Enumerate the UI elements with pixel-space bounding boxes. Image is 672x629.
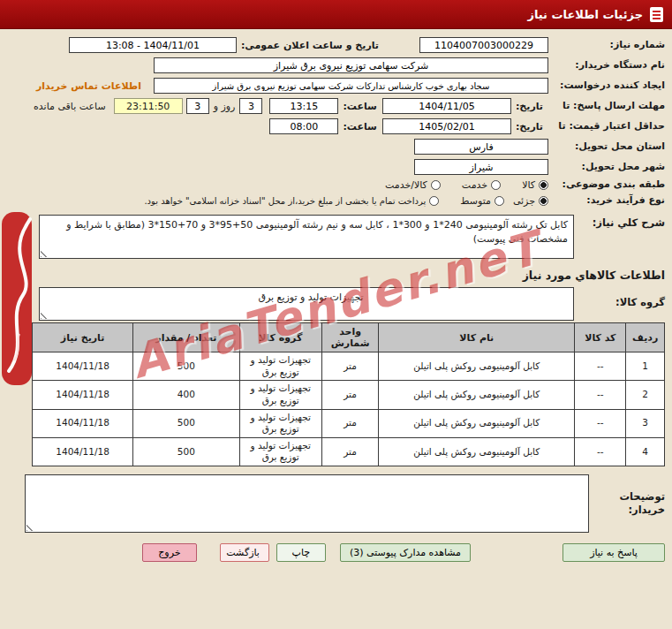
- category-label: طبقه بندی موضوعی:: [548, 179, 665, 191]
- category-option-goods-service[interactable]: کالا/خدمت: [385, 179, 441, 191]
- buyer-comments-box[interactable]: [25, 474, 589, 533]
- province-field[interactable]: [414, 139, 548, 155]
- need-description-box[interactable]: کابل تک رشته آلومینیومی 240*1 و 300*1 ، …: [39, 215, 574, 259]
- treasury-payment-option[interactable]: پرداخت تمام یا بخشی از مبلغ خرید،از محل …: [144, 196, 439, 206]
- treasury-option-label: پرداخت تمام یا بخشی از مبلغ خرید،از محل …: [144, 196, 426, 206]
- cell-item-name: کابل آلومینیومی روکش پلی اتیلن: [379, 409, 575, 437]
- cell-item-code: --: [575, 409, 626, 437]
- province-row: استان محل تحویل:: [12, 139, 665, 155]
- remaining-days-field[interactable]: [239, 98, 262, 114]
- radio-unchecked-icon[interactable]: [491, 180, 501, 190]
- process-label: نوع فرآیند خرید:: [548, 195, 665, 207]
- goods-group-box[interactable]: تجهیزات تولید و توزیع برق: [39, 287, 574, 321]
- buyer-comments-label: توضیحات خریدار:: [589, 490, 665, 517]
- process-option-label: جزئی: [513, 195, 535, 207]
- radio-unchecked-icon[interactable]: [429, 196, 439, 206]
- category-option-label: کالا: [522, 179, 535, 191]
- table-row: 2 -- کابل آلومینیومی روکش پلی اتیلن متر …: [33, 381, 665, 409]
- days-separator-text: روز و: [214, 101, 236, 112]
- announce-datetime-field[interactable]: [69, 37, 237, 53]
- cell-need-date: 1404/11/18: [33, 352, 133, 381]
- title-bar: جزئیات اطلاعات نیاز: [0, 0, 672, 29]
- cell-item-name: کابل آلومینیومی روکش پلی اتیلن: [379, 381, 575, 409]
- deadline-date-label: تاریخ:: [516, 101, 543, 112]
- category-option-label: خدمت: [462, 179, 487, 191]
- buyer-org-label: نام دستگاه خریدار:: [548, 60, 665, 72]
- cell-item-code: --: [575, 352, 626, 381]
- buyer-org-row: نام دستگاه خریدار:: [12, 57, 665, 73]
- table-row: 1 -- کابل آلومینیومی روکش پلی اتیلن متر …: [33, 352, 665, 381]
- cell-item-code: --: [575, 381, 626, 409]
- document-icon: [650, 7, 663, 22]
- column-header-item-code: کد کالا: [575, 323, 626, 352]
- main-content: شماره نیاز: تاریخ و ساعت اعلان عمومی: نا…: [0, 29, 672, 562]
- province-label: استان محل تحویل:: [548, 141, 665, 153]
- requester-label: ایجاد کننده درخواست:: [548, 80, 665, 92]
- need-description-text: کابل تک رشته آلومینیومی 240*1 و 300*1 ، …: [66, 219, 568, 245]
- cell-quantity: 400: [133, 381, 239, 409]
- need-number-label: شماره نیاز:: [548, 40, 665, 51]
- city-field[interactable]: [414, 159, 548, 175]
- cell-unit: متر: [321, 381, 378, 409]
- validity-label: حداقل اعتبار قیمت: تا: [548, 121, 665, 133]
- cell-item-code: --: [575, 437, 626, 466]
- deadline-time-field[interactable]: [269, 98, 338, 114]
- print-button[interactable]: چاپ: [276, 543, 326, 562]
- cell-need-date: 1404/11/18: [33, 437, 133, 466]
- exit-button[interactable]: خروج: [142, 543, 197, 562]
- validity-date-label: تاریخ:: [516, 121, 543, 133]
- resize-handle-icon[interactable]: [41, 310, 49, 319]
- radio-unchecked-icon[interactable]: [431, 180, 441, 190]
- resize-handle-icon[interactable]: [26, 522, 35, 531]
- cell-row-number: 4: [626, 437, 665, 466]
- category-option-service[interactable]: خدمت: [462, 179, 501, 191]
- goods-group-section: گروه کالا: تجهیزات تولید و توزیع برق: [12, 287, 665, 321]
- goods-group-label: گروه کالا:: [574, 287, 665, 321]
- cell-quantity: 500: [133, 409, 239, 437]
- deadline-date-field[interactable]: [382, 98, 511, 114]
- cell-row-number: 1: [626, 352, 665, 381]
- need-description-section: شرح کلي نیاز: کابل تک رشته آلومینیومی 24…: [12, 215, 665, 259]
- process-option-medium[interactable]: متوسط: [460, 195, 504, 207]
- cell-group: تجهیزات تولید و توزیع برق: [239, 381, 321, 409]
- validity-time-field[interactable]: [269, 118, 338, 134]
- cell-quantity: 500: [133, 352, 239, 381]
- back-button[interactable]: بازگشت: [220, 543, 269, 562]
- buyer-contact-link[interactable]: اطلاعات تماس خریدار: [36, 80, 141, 92]
- price-validity-row: حداقل اعتبار قیمت: تا تاریخ: ساعت:: [12, 118, 665, 134]
- cell-item-name: کابل آلومینیومی روکش پلی اتیلن: [379, 352, 575, 381]
- cell-group: تجهیزات تولید و توزیع برق: [239, 352, 321, 381]
- deadline-time-label: ساعت:: [343, 101, 377, 112]
- view-attachments-button[interactable]: مشاهده مدارک پیوستی (3): [340, 543, 471, 562]
- remaining-hours-field[interactable]: [186, 98, 209, 114]
- category-option-label: کالا/خدمت: [385, 179, 427, 191]
- goods-table: ردیف کد کالا نام کالا واحد شمارش گروه کا…: [32, 322, 665, 466]
- requester-field[interactable]: [154, 78, 548, 94]
- goods-group-text: تجهیزات تولید و توزیع برق: [258, 292, 363, 303]
- buyer-comments-section: توضیحات خریدار:: [12, 474, 665, 533]
- buyer-org-field[interactable]: [154, 57, 548, 73]
- cell-need-date: 1404/11/18: [33, 381, 133, 409]
- cell-unit: متر: [321, 437, 378, 466]
- cell-quantity: 500: [133, 437, 239, 466]
- need-number-row: شماره نیاز: تاریخ و ساعت اعلان عمومی:: [12, 37, 665, 53]
- need-number-field[interactable]: [419, 37, 548, 53]
- validity-date-field[interactable]: [382, 118, 511, 134]
- countdown-timer: 23:11:50: [114, 98, 183, 114]
- action-buttons-row: پاسخ به نیاز مشاهده مدارک پیوستی (3) چاپ…: [12, 543, 665, 562]
- goods-section-title: اطلاعات کالاهاي مورد نیاز: [12, 269, 665, 282]
- radio-checked-icon[interactable]: [539, 180, 548, 190]
- radio-checked-icon[interactable]: [539, 196, 548, 206]
- resize-handle-icon[interactable]: [41, 248, 49, 257]
- respond-button[interactable]: پاسخ به نیاز: [563, 543, 665, 562]
- cell-need-date: 1404/11/18: [33, 409, 133, 437]
- radio-unchecked-icon[interactable]: [495, 196, 504, 206]
- process-option-minor[interactable]: جزئی: [513, 195, 548, 207]
- cell-unit: متر: [321, 352, 378, 381]
- category-option-goods[interactable]: کالا: [522, 179, 548, 191]
- column-header-unit: واحد شمارش: [321, 323, 378, 352]
- announce-label: تاریخ و ساعت اعلان عمومی:: [241, 40, 379, 51]
- column-header-row-number: ردیف: [626, 323, 665, 352]
- cell-group: تجهیزات تولید و توزیع برق: [239, 409, 321, 437]
- city-label: شهر محل تحویل:: [548, 162, 665, 173]
